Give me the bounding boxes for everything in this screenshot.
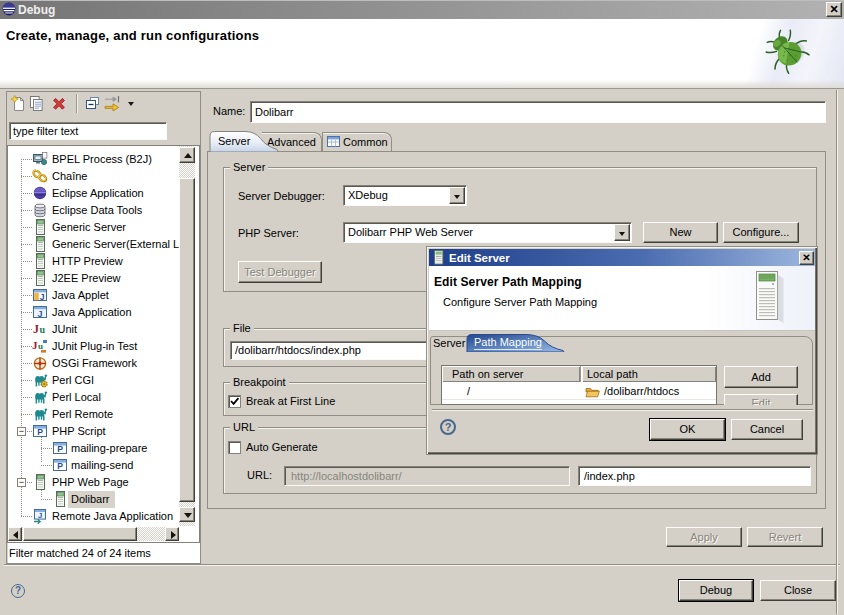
svg-text:P: P — [57, 461, 63, 471]
svg-text:J: J — [40, 292, 45, 302]
svg-text:J: J — [33, 322, 39, 336]
svg-text:P: P — [37, 427, 43, 437]
svg-text:u: u — [39, 324, 45, 335]
svg-text:u: u — [38, 341, 43, 351]
svg-text:J: J — [37, 309, 42, 319]
svg-text:J: J — [38, 511, 42, 520]
svg-text:P: P — [57, 444, 63, 454]
